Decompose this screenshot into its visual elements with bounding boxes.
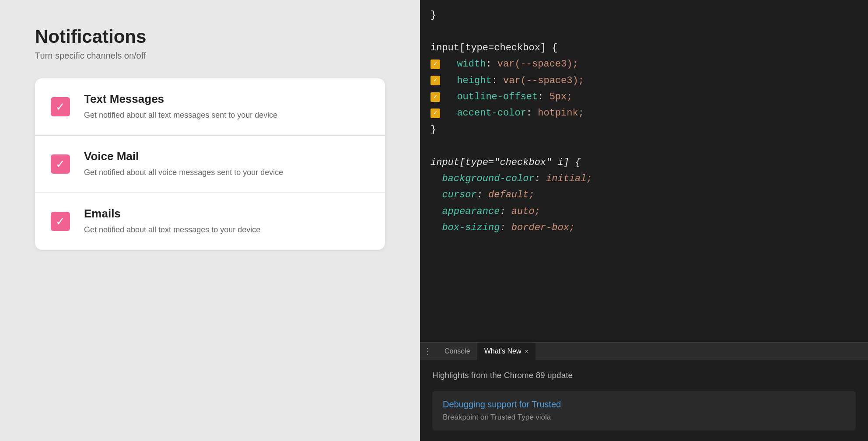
code-line-box-sizing: box-sizing : border-box; xyxy=(420,220,868,236)
code-area: } input[type=checkbox] { ✓ width : var(-… xyxy=(420,0,868,342)
whats-new-article-desc: Breakpoint on Trusted Type viola xyxy=(443,413,845,422)
tab-more-icon[interactable]: ⋮ xyxy=(424,346,432,356)
whats-new-article[interactable]: Debugging support for Trusted Breakpoint… xyxy=(432,391,856,430)
tab-console-label: Console xyxy=(444,347,470,355)
notification-text-voice-mail: Voice Mail Get notified about all voice … xyxy=(84,150,283,178)
notifications-panel: Notifications Turn specific channels on/… xyxy=(0,0,420,441)
whats-new-article-title: Debugging support for Trusted xyxy=(443,399,845,410)
tab-console[interactable]: Console xyxy=(438,343,477,360)
page-subtitle: Turn specific channels on/off xyxy=(35,51,385,61)
notification-title-voice-mail: Voice Mail xyxy=(84,150,283,163)
notification-item-voice-mail[interactable]: ✓ Voice Mail Get notified about all voic… xyxy=(35,136,385,193)
page-title: Notifications xyxy=(35,26,385,47)
css-checkbox-height[interactable]: ✓ xyxy=(430,76,440,85)
checkbox-voice-mail[interactable]: ✓ xyxy=(51,154,70,174)
notification-text-emails: Emails Get notified about all text messa… xyxy=(84,207,260,236)
tab-bar: ⋮ Console What's New × xyxy=(420,343,868,360)
checkbox-text-messages[interactable]: ✓ xyxy=(51,97,70,116)
whats-new-intro: Highlights from the Chrome 89 update xyxy=(432,371,856,380)
code-line-empty-1 xyxy=(420,23,868,39)
checkmark-icon: ✓ xyxy=(56,158,65,170)
notification-item-emails[interactable]: ✓ Emails Get notified about all text mes… xyxy=(35,193,385,250)
code-line-bg-color: background-color : initial; xyxy=(420,171,868,187)
code-line-empty-2 xyxy=(420,138,868,154)
code-selector-2: input[type="checkbox" i] { xyxy=(420,154,868,171)
code-selector-1: input[type=checkbox] { xyxy=(420,40,868,56)
tab-whats-new-label: What's New xyxy=(484,347,522,355)
tab-close-icon[interactable]: × xyxy=(525,348,528,355)
notification-item-text-messages[interactable]: ✓ Text Messages Get notified about all t… xyxy=(35,78,385,136)
notification-desc-emails: Get notified about all text messages to … xyxy=(84,224,260,236)
code-line-appearance: appearance : auto; xyxy=(420,203,868,220)
whats-new-content: Highlights from the Chrome 89 update Deb… xyxy=(420,360,868,441)
checkmark-icon: ✓ xyxy=(56,216,65,227)
checkmark-icon: ✓ xyxy=(56,101,65,112)
code-line-bracket: } xyxy=(420,7,868,23)
code-line-height: ✓ height : var(--space3); xyxy=(420,73,868,89)
devtools-bottom: ⋮ Console What's New × Highlights from t… xyxy=(420,342,868,441)
notification-desc-voice-mail: Get notified about all voice messages se… xyxy=(84,167,283,178)
notification-card: ✓ Text Messages Get notified about all t… xyxy=(35,78,385,250)
code-line-cursor: cursor : default; xyxy=(420,187,868,203)
notification-title-text-messages: Text Messages xyxy=(84,92,277,106)
code-line-outline-offset: ✓ outline-offset : 5px; xyxy=(420,89,868,105)
notification-title-emails: Emails xyxy=(84,207,260,220)
notification-text-text-messages: Text Messages Get notified about all tex… xyxy=(84,92,277,121)
checkbox-emails[interactable]: ✓ xyxy=(51,212,70,231)
code-line-accent-color: ✓ accent-color : hotpink; xyxy=(420,105,868,121)
css-checkbox-accent-color[interactable]: ✓ xyxy=(430,108,440,118)
devtools-panel: } input[type=checkbox] { ✓ width : var(-… xyxy=(420,0,868,441)
code-line-width: ✓ width : var(--space3); xyxy=(420,56,868,72)
notification-desc-text-messages: Get notified about all text messages sen… xyxy=(84,109,277,121)
css-checkbox-outline-offset[interactable]: ✓ xyxy=(430,92,440,102)
css-checkbox-width[interactable]: ✓ xyxy=(430,60,440,69)
tab-whats-new[interactable]: What's New × xyxy=(477,343,536,360)
code-line-bracket-2: } xyxy=(420,122,868,138)
